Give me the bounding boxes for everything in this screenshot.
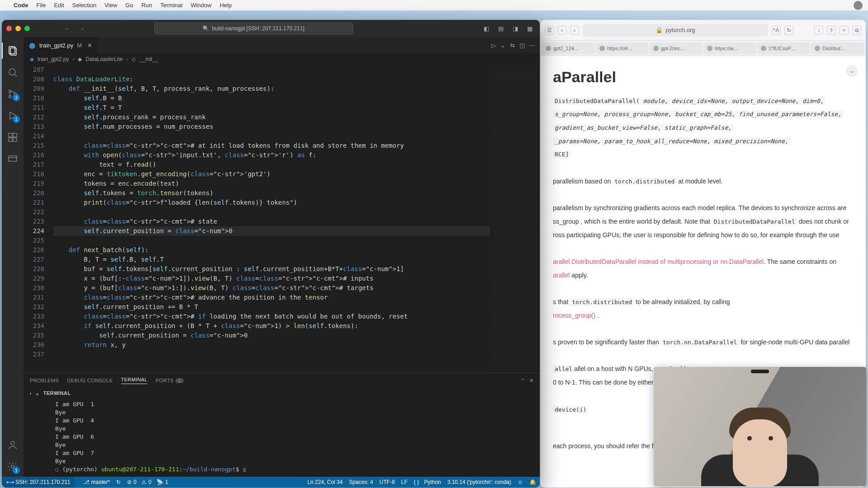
compare-changes-icon[interactable]: ⇆ <box>510 42 515 49</box>
safari-tab[interactable]: gpt-2/src… <box>650 42 703 54</box>
activity-explorer[interactable] <box>2 41 24 61</box>
safari-back-button[interactable]: ‹ <box>557 26 566 35</box>
menu-edit[interactable]: Edit <box>54 2 64 9</box>
panel-close-icon[interactable]: ✕ <box>529 378 533 384</box>
activity-source-control[interactable]: 3 <box>2 84 24 104</box>
safari-toolbar: ☰ ‹ › 🔒 pytorch.org ᴬA ↻ ↓ ⇧ ＋ ⧉ <box>540 20 866 41</box>
breadcrumb-file[interactable]: train_gpt2.py <box>38 56 69 62</box>
safari-download-icon[interactable]: ↓ <box>814 26 823 35</box>
split-editor-icon[interactable]: ◫ <box>519 42 525 49</box>
layout-customize-icon[interactable]: ▦ <box>524 23 535 33</box>
safari-tab[interactable]: https://d4… <box>596 42 649 54</box>
doc-link[interactable]: rocess_group() <box>553 312 595 319</box>
collapse-toggle-icon[interactable]: ⌄ <box>846 65 858 77</box>
activity-settings[interactable]: 1 <box>2 457 24 477</box>
command-center-search[interactable]: 🔍 build-nanogpt [SSH: 207.211.170.211] <box>154 23 353 34</box>
status-cursor-position[interactable]: Ln 224, Col 34 <box>307 479 343 485</box>
ports-icon: 📡 <box>156 479 163 485</box>
line-number-gutter: 2072082092102112122132142152162172182192… <box>24 65 52 373</box>
menu-file[interactable]: File <box>37 2 46 9</box>
safari-tab[interactable]: 1*BJCssP… <box>757 42 810 54</box>
nav-back-button[interactable]: ← <box>61 23 73 33</box>
safari-address-bar[interactable]: 🔒 pytorch.org <box>583 24 768 37</box>
command-center-text: build-nanogpt [SSH: 207.211.170.211] <box>212 25 304 32</box>
status-branch[interactable]: ⎇ master* <box>83 479 110 485</box>
run-dropdown-icon[interactable]: ⌄ <box>500 42 505 49</box>
settings-badge: 1 <box>13 467 20 474</box>
activity-run-debug[interactable]: 1 <box>2 106 24 126</box>
method-icon: ◇ <box>132 56 136 62</box>
svg-rect-11 <box>13 138 17 141</box>
safari-reload-icon[interactable]: ↻ <box>784 26 793 35</box>
panel-tab-ports[interactable]: PORTS1 <box>156 378 184 383</box>
layout-primary-icon[interactable]: ◧ <box>481 23 492 33</box>
code-content[interactable]: class DataLoaderLite: def __init__(self,… <box>52 65 490 373</box>
layout-secondary-icon[interactable]: ◨ <box>510 23 521 33</box>
svg-rect-9 <box>13 133 17 137</box>
safari-newtab-icon[interactable]: ＋ <box>840 26 849 35</box>
tab-modified-badge: M <box>77 42 82 49</box>
activity-extensions[interactable] <box>2 127 24 147</box>
status-eol[interactable]: LF <box>401 479 407 485</box>
menu-view[interactable]: View <box>104 2 117 9</box>
status-feedback-icon[interactable]: ☺ <box>518 479 523 485</box>
activity-account[interactable] <box>2 435 24 455</box>
panel-tab-debug[interactable]: DEBUG CONSOLE <box>67 378 113 383</box>
minimap[interactable] <box>490 65 540 373</box>
safari-tabs-icon[interactable]: ⧉ <box>852 26 861 35</box>
svg-point-14 <box>11 441 14 445</box>
status-bell-icon[interactable]: 🔔 <box>529 479 536 485</box>
nav-forward-button[interactable]: → <box>76 23 88 33</box>
safari-reader-icon[interactable]: ᴬA <box>772 26 781 35</box>
safari-tab[interactable]: https://ar… <box>703 42 756 54</box>
editor-tabs: ⬤ train_gpt2.py M ✕ ▷ ⌄ ⇆ ◫ ⋯ <box>24 37 540 53</box>
editor-tab[interactable]: ⬤ train_gpt2.py M ✕ <box>24 37 98 53</box>
status-sync[interactable]: ↻ <box>116 479 121 485</box>
layout-panel-icon[interactable]: ▤ <box>495 23 506 33</box>
status-indent[interactable]: Spaces: 4 <box>349 479 373 485</box>
menu-selection[interactable]: Selection <box>72 2 96 9</box>
status-bar: ⟷ SSH: 207.211.170.211 ⎇ master* ↻ ⊘0 ⚠0… <box>2 477 540 488</box>
activity-search[interactable] <box>2 62 24 82</box>
status-encoding[interactable]: UTF-8 <box>379 479 395 485</box>
code-editor[interactable]: 2072082092102112122132142152162172182192… <box>24 65 540 373</box>
menu-help[interactable]: Help <box>220 2 232 9</box>
safari-sidebar-icon[interactable]: ☰ <box>545 26 554 35</box>
window-minimize-button[interactable] <box>15 26 21 31</box>
breadcrumb-func[interactable]: __init__ <box>139 56 158 62</box>
menubar-app-name[interactable]: Code <box>14 2 28 9</box>
window-maximize-button[interactable] <box>24 26 30 31</box>
safari-share-icon[interactable]: ⇧ <box>827 26 836 35</box>
menu-terminal[interactable]: Terminal <box>160 2 183 9</box>
status-remote-indicator[interactable]: ⟷ SSH: 207.211.170.211 <box>2 477 75 488</box>
panel-tab-problems[interactable]: PROBLEMS <box>30 378 59 383</box>
safari-forward-button[interactable]: › <box>570 26 579 35</box>
bottom-panel: PROBLEMS DEBUG CONSOLE TERMINAL PORTS1 ⌃… <box>24 373 540 477</box>
menu-window[interactable]: Window <box>191 2 212 9</box>
menu-run[interactable]: Run <box>142 2 152 9</box>
panel-tab-terminal[interactable]: TERMINAL <box>121 377 148 384</box>
lock-icon: 🔒 <box>656 27 663 33</box>
chevron-down-icon[interactable]: ⌄ <box>35 390 40 396</box>
chevron-right-icon[interactable]: › <box>30 390 32 396</box>
error-icon: ⊘ <box>127 479 132 485</box>
activity-remote[interactable] <box>2 149 24 169</box>
run-file-icon[interactable]: ▷ <box>491 42 496 49</box>
scm-badge: 3 <box>13 94 20 101</box>
safari-tab[interactable]: Distribut… <box>811 42 864 54</box>
status-language[interactable]: { } Python <box>414 479 441 485</box>
safari-tab[interactable]: gpt2_124… <box>542 42 595 54</box>
status-problems[interactable]: ⊘0 ⚠0 📡1 <box>127 479 168 485</box>
more-actions-icon[interactable]: ⋯ <box>529 42 535 49</box>
tab-close-icon[interactable]: ✕ <box>87 42 92 49</box>
doc-link[interactable]: arallel.DistributedDataParallel instead … <box>553 258 764 265</box>
panel-maximize-icon[interactable]: ⌃ <box>521 378 525 384</box>
menubar-status-icon[interactable] <box>854 1 863 10</box>
doc-link[interactable]: arallel <box>553 272 570 279</box>
breadcrumb[interactable]: ◆ train_gpt2.py ◆ DataLoaderLite ◇ __ini… <box>24 53 540 65</box>
breadcrumb-class[interactable]: DataLoaderLite <box>85 56 123 62</box>
terminal-output[interactable]: I am GPU 1 Bye I am GPU 4 Bye I am GPU 6… <box>24 399 540 477</box>
status-interpreter[interactable]: 3.10.14 ('pytorchn': conda) <box>447 479 511 485</box>
menu-go[interactable]: Go <box>125 2 133 9</box>
window-close-button[interactable] <box>6 26 12 31</box>
